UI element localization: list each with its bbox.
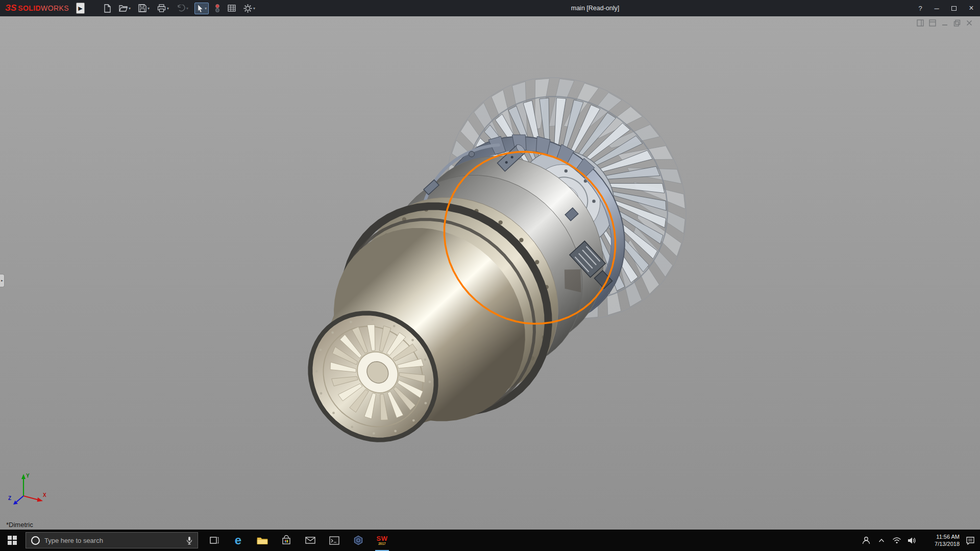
feature-tree-collapsed-tab[interactable]: ▸ xyxy=(0,274,5,287)
brand-solid: SOLID xyxy=(18,4,41,12)
new-document-button[interactable] xyxy=(102,3,113,14)
window-controls: ? ─ × xyxy=(913,0,980,16)
new-document-icon xyxy=(104,4,111,13)
solidworks-window: ЗS SOLID WORKS ▶ ▾ xyxy=(0,0,980,551)
wifi-icon xyxy=(892,537,901,544)
people-button[interactable] xyxy=(860,530,873,551)
file-explorer-button[interactable] xyxy=(250,530,274,551)
chevron-up-icon xyxy=(878,538,885,543)
open-dropdown-caret-icon[interactable]: ▾ xyxy=(129,6,131,11)
document-title: main [Read-only] xyxy=(571,0,620,16)
undo-icon xyxy=(177,5,185,12)
titlebar: ЗS SOLID WORKS ▶ ▾ xyxy=(0,0,980,16)
taskbar-apps: e xyxy=(202,530,394,551)
dock-window-icon[interactable] xyxy=(917,19,924,27)
child-restore-icon[interactable] xyxy=(953,19,961,27)
quick-access-toolbar: ▾ ▾ ▾ xyxy=(102,3,257,14)
solidworks-logo: ЗS SOLID WORKS xyxy=(5,3,69,13)
expand-arrow-icon: ▸ xyxy=(1,279,3,283)
close-button[interactable]: × xyxy=(963,0,980,16)
hexagon-app-icon xyxy=(353,535,363,545)
windows-taskbar: e xyxy=(0,530,980,551)
toolbar-flyout-button[interactable]: ▶ xyxy=(76,3,85,14)
microphone-icon[interactable] xyxy=(186,536,192,545)
solidworks-taskbar-button[interactable]: SW 2017 xyxy=(370,530,394,551)
viewport-window-controls xyxy=(917,19,973,27)
hexagon-app-button[interactable] xyxy=(346,530,370,551)
volume-button[interactable] xyxy=(905,530,919,551)
speaker-icon xyxy=(908,537,917,544)
task-view-button[interactable] xyxy=(202,530,226,551)
maximize-icon xyxy=(951,6,957,11)
print-dropdown-caret-icon[interactable]: ▾ xyxy=(167,6,169,11)
engine-geometry xyxy=(310,78,686,440)
x-axis-label: X xyxy=(43,492,46,498)
child-minimize-icon[interactable] xyxy=(941,19,948,27)
printer-icon xyxy=(157,4,166,12)
clock-date: 7/13/2018 xyxy=(923,540,960,547)
y-axis-label: Y xyxy=(26,473,30,479)
task-view-icon xyxy=(209,535,219,545)
cortana-icon[interactable] xyxy=(31,536,40,545)
mail-button[interactable] xyxy=(298,530,322,551)
options-button[interactable]: ▾ xyxy=(242,3,257,14)
folder-icon xyxy=(257,536,268,545)
close-icon: × xyxy=(969,4,973,13)
selection-filter-button[interactable] xyxy=(213,3,222,14)
select-tool-button[interactable]: ▾ xyxy=(194,3,209,14)
filter-toggle-icon xyxy=(215,4,220,13)
table-button[interactable] xyxy=(226,4,237,13)
solidworks-logo-icon: ЗS xyxy=(5,3,16,13)
people-icon xyxy=(862,536,871,545)
solidworks-2017-icon: SW 2017 xyxy=(377,535,388,546)
y-axis-arrow-icon xyxy=(21,474,26,479)
taskbar-search[interactable] xyxy=(26,532,198,548)
jet-engine-3d-model[interactable] xyxy=(0,16,980,530)
open-folder-icon xyxy=(119,5,128,12)
orientation-triad: Y X Z xyxy=(7,466,50,509)
graphics-viewport[interactable]: ▸ Y X Z *Dimetric xyxy=(0,16,980,530)
print-button[interactable]: ▾ xyxy=(156,3,170,13)
maximize-button[interactable] xyxy=(945,0,963,16)
open-document-button[interactable]: ▾ xyxy=(117,4,132,13)
undo-button[interactable]: ▾ xyxy=(175,4,190,13)
action-center-icon xyxy=(966,536,975,545)
brand-works: WORKS xyxy=(41,4,69,12)
view-orientation-label: *Dimetric xyxy=(6,521,33,529)
help-button[interactable]: ? xyxy=(913,0,928,16)
terminal-icon xyxy=(329,536,339,545)
save-dropdown-caret-icon[interactable]: ▾ xyxy=(148,6,150,11)
search-input[interactable] xyxy=(44,537,181,544)
taskbar-clock[interactable]: 11:56 AM 7/13/2018 xyxy=(923,533,960,548)
clock-time: 11:56 AM xyxy=(923,533,960,540)
start-button[interactable] xyxy=(0,530,24,551)
cursor-arrow-icon xyxy=(197,4,204,13)
save-button[interactable]: ▾ xyxy=(137,3,151,13)
minimize-icon: ─ xyxy=(934,5,939,12)
z-axis-label: Z xyxy=(8,495,11,501)
store-button[interactable] xyxy=(274,530,298,551)
edge-icon: e xyxy=(235,534,241,546)
child-close-icon[interactable] xyxy=(966,19,973,27)
table-grid-icon xyxy=(228,5,236,12)
gear-icon xyxy=(243,4,252,13)
system-tray: 11:56 AM 7/13/2018 xyxy=(860,530,977,551)
select-dropdown-caret-icon[interactable]: ▾ xyxy=(205,6,207,11)
mail-envelope-icon xyxy=(305,536,315,544)
command-prompt-button[interactable] xyxy=(322,530,346,551)
options-dropdown-caret-icon[interactable]: ▾ xyxy=(253,6,255,11)
undo-dropdown-caret-icon[interactable]: ▾ xyxy=(186,6,188,11)
flyout-arrow-icon: ▶ xyxy=(78,5,82,12)
minimize-button[interactable]: ─ xyxy=(928,0,945,16)
tile-window-icon[interactable] xyxy=(929,19,936,27)
edge-button[interactable]: e xyxy=(226,530,250,551)
hidden-icons-button[interactable] xyxy=(875,530,888,551)
x-axis-arrow-icon xyxy=(37,497,43,502)
save-floppy-icon xyxy=(138,4,146,12)
action-center-button[interactable] xyxy=(964,530,977,551)
store-bag-icon xyxy=(281,535,291,545)
network-button[interactable] xyxy=(890,530,903,551)
windows-logo-icon xyxy=(8,536,17,545)
